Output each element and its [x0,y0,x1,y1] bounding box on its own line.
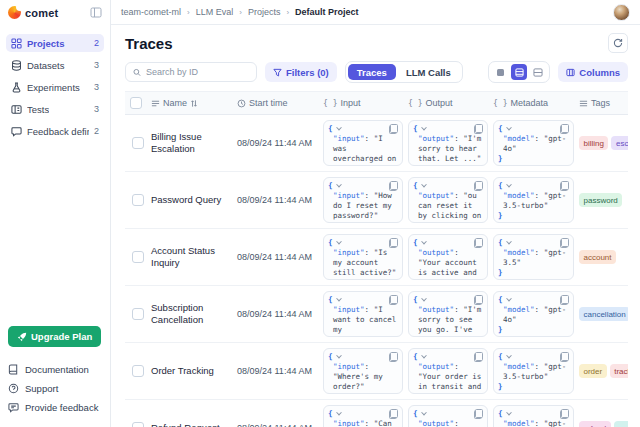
output-cell[interactable]: { "output": "ou can reset it by clicking… [408,177,488,223]
output-cell[interactable]: { "output": "I'm sorry to see you go. I'… [408,291,488,337]
row-checkbox[interactable] [132,422,144,427]
sidebar-item-tests[interactable]: Tests 3 [6,100,104,118]
input-cell[interactable]: { "input": "I was overcharged on my last… [323,120,403,166]
refresh-button[interactable] [608,33,628,53]
row-checkbox[interactable] [132,251,144,263]
column-header-metadata[interactable]: { } Metadata [493,98,579,108]
chevron-down-icon[interactable] [421,182,427,188]
copy-icon[interactable] [389,181,398,191]
input-cell[interactable]: { "input": "How do I reset my password?"… [323,177,403,223]
sidebar-item-datasets[interactable]: Datasets 3 [6,56,104,74]
chevron-down-icon[interactable] [336,125,342,131]
input-cell[interactable]: { "input": "I want to cancel my subscrip… [323,291,403,337]
copy-icon[interactable] [560,295,569,305]
table-row[interactable]: Password Query 08/09/24 11:44 AM { "inpu… [125,172,628,229]
chevron-down-icon[interactable] [336,410,342,416]
output-cell[interactable]: { "output": "Your order is in transit an… [408,348,488,394]
copy-icon[interactable] [389,409,398,419]
input-cell[interactable]: { "input": "Is my account still active?"… [323,234,403,280]
chevron-down-icon[interactable] [421,353,427,359]
chevron-down-icon[interactable] [421,239,427,245]
metadata-cell[interactable]: { "model": "gpt-4o" } [493,291,574,337]
chevron-down-icon[interactable] [421,410,427,416]
sidebar-item-support[interactable]: Support [8,379,102,397]
chevron-down-icon[interactable] [336,239,342,245]
copy-icon[interactable] [474,352,483,362]
row-checkbox[interactable] [132,194,144,206]
table-row[interactable]: Billing Issue Escalation 08/09/24 11:44 … [125,115,628,172]
rocket-icon [17,332,27,342]
metadata-cell[interactable]: { "model": "gpt-3.5" } [493,405,574,427]
copy-icon[interactable] [389,238,398,248]
sidebar-item-projects[interactable]: Projects 2 [6,34,104,52]
density-small-button[interactable] [492,64,508,80]
chevron-down-icon[interactable] [506,353,512,359]
output-cell[interactable]: { "output": "I'm sorry to hear that. Let… [408,120,488,166]
sidebar-item-documentation[interactable]: Documentation [8,360,102,378]
row-checkbox[interactable] [132,365,144,377]
table-row[interactable]: Order Tracking 08/09/24 11:44 AM { "inpu… [125,343,628,400]
columns-button[interactable]: Columns [558,62,628,82]
table-row[interactable]: Subscription Cancellation 08/09/24 11:44… [125,286,628,343]
chevron-down-icon[interactable] [421,125,427,131]
column-header-start-time[interactable]: Start time [237,98,323,108]
metadata-cell[interactable]: { "model": "gpt-3.5-turbo" } [493,177,574,223]
chevron-down-icon[interactable] [421,296,427,302]
comet-logo[interactable]: comet [8,6,58,19]
density-medium-button[interactable] [511,64,527,80]
copy-icon[interactable] [474,238,483,248]
copy-icon[interactable] [560,124,569,134]
chevron-down-icon[interactable] [336,182,342,188]
copy-icon[interactable] [474,124,483,134]
column-header-name[interactable]: Name [151,98,237,108]
column-header-input[interactable]: { } Input [323,98,408,108]
breadcrumb-project-group[interactable]: LLM Eval [196,7,234,17]
user-avatar[interactable] [613,4,630,21]
filters-button[interactable]: Filters (0) [265,62,337,82]
upgrade-plan-button[interactable]: Upgrade Plan [8,326,101,347]
breadcrumb-workspace[interactable]: team-comet-ml [121,7,181,17]
density-large-button[interactable] [530,64,546,80]
input-cell[interactable]: { "input": "Where's my order?" } [323,348,403,394]
copy-icon[interactable] [389,124,398,134]
select-all-checkbox[interactable] [130,97,142,109]
chevron-down-icon[interactable] [506,410,512,416]
search-box[interactable] [125,62,257,82]
chevron-down-icon[interactable] [336,296,342,302]
copy-icon[interactable] [474,295,483,305]
copy-icon[interactable] [389,295,398,305]
copy-icon[interactable] [560,238,569,248]
metadata-cell[interactable]: { "model": "gpt-3.5" } [493,234,574,280]
sidebar-item-feedback-definitions[interactable]: Feedback definitions 2 [6,122,104,140]
metadata-cell[interactable]: { "model": "gpt-3.5-turbo" } [493,348,574,394]
chevron-down-icon[interactable] [506,182,512,188]
chevron-down-icon[interactable] [506,125,512,131]
table-row[interactable]: Refund Request 08/09/24 11:44 AM { "inpu… [125,400,628,427]
copy-icon[interactable] [474,409,483,419]
density-medium-icon [515,68,524,77]
chevron-down-icon[interactable] [506,239,512,245]
sidebar-item-experiments[interactable]: Experiments 3 [6,78,104,96]
breadcrumb-projects[interactable]: Projects [248,7,281,17]
copy-icon[interactable] [474,181,483,191]
copy-icon[interactable] [560,409,569,419]
chevron-down-icon[interactable] [506,296,512,302]
search-input[interactable] [146,67,249,77]
output-cell[interactable]: { "output": "I've submitted your refund … [408,405,488,427]
column-header-output[interactable]: { } Output [408,98,493,108]
sidebar-item-provide-feedback[interactable]: Provide feedback [8,398,102,416]
metadata-cell[interactable]: { "model": "gpt-4o" } [493,120,574,166]
toggle-llm-calls[interactable]: LLM Calls [397,64,460,80]
copy-icon[interactable] [560,352,569,362]
row-checkbox[interactable] [132,308,144,320]
output-cell[interactable]: { "output": "Your account is active and … [408,234,488,280]
chevron-down-icon[interactable] [336,353,342,359]
copy-icon[interactable] [560,181,569,191]
collapse-sidebar-icon[interactable] [90,7,102,18]
table-row[interactable]: Account Status Inquiry 08/09/24 11:44 AM… [125,229,628,286]
toggle-traces[interactable]: Traces [348,64,396,80]
input-cell[interactable]: { "input": "Can I get a refund for my la… [323,405,403,427]
column-header-tags[interactable]: Tags [579,98,628,108]
row-checkbox[interactable] [132,137,144,149]
copy-icon[interactable] [389,352,398,362]
